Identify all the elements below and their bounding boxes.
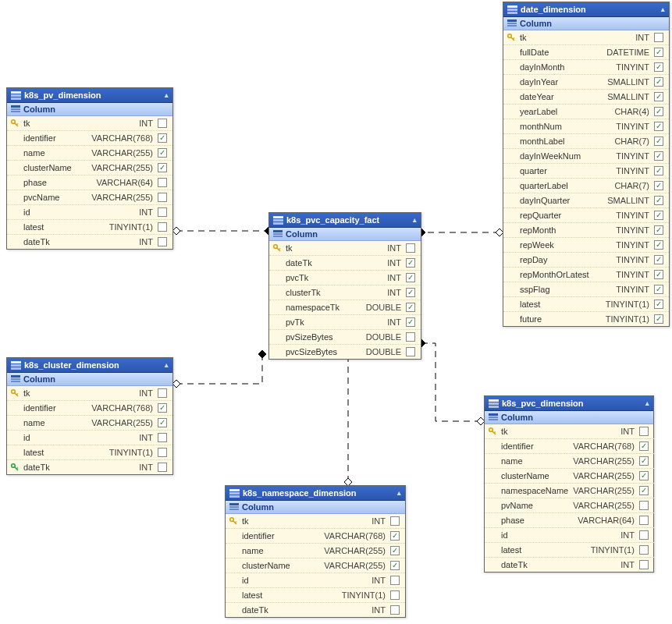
table-k8s_pvc_dimension[interactable]: k8s_pvc_dimension▴ColumntkINTidentifierV… — [484, 395, 654, 573]
collapse-icon[interactable]: ▴ — [165, 91, 169, 99]
table-title-bar[interactable]: k8s_namespace_dimension▴ — [226, 486, 405, 501]
column-row[interactable]: quarterTINYINT✓ — [503, 164, 669, 179]
column-row[interactable]: pvcTkINT✓ — [269, 271, 421, 285]
column-row[interactable]: namespaceTkDOUBLE✓ — [269, 300, 421, 315]
table-k8s_pvc_capacity_fact[interactable]: k8s_pvc_capacity_fact▴ColumntkINTdateTkI… — [268, 212, 421, 360]
column-checkbox[interactable] — [639, 501, 649, 510]
column-row[interactable]: tkINT — [503, 30, 669, 45]
column-row[interactable]: tkINT — [485, 424, 654, 439]
column-row[interactable]: identifierVARCHAR(768)✓ — [7, 131, 172, 146]
column-checkbox[interactable] — [158, 433, 167, 442]
column-checkbox[interactable]: ✓ — [406, 317, 415, 327]
table-title-bar[interactable]: k8s_cluster_dimension▴ — [7, 358, 172, 373]
column-row[interactable]: dayInYearSMALLINT✓ — [503, 75, 669, 90]
column-row[interactable]: pvTkINT✓ — [269, 315, 421, 330]
column-checkbox[interactable]: ✓ — [390, 561, 400, 570]
column-row[interactable]: tkINT — [7, 116, 172, 131]
column-checkbox[interactable]: ✓ — [654, 300, 663, 309]
table-k8s_cluster_dimension[interactable]: k8s_cluster_dimension▴ColumntkINTidentif… — [6, 357, 173, 475]
column-checkbox[interactable] — [390, 516, 400, 526]
column-row[interactable]: identifierVARCHAR(768)✓ — [485, 439, 654, 454]
column-checkbox[interactable]: ✓ — [406, 258, 415, 268]
column-checkbox[interactable] — [639, 560, 649, 569]
column-checkbox[interactable] — [654, 33, 663, 42]
column-row[interactable]: dateTkINT✓ — [269, 256, 421, 271]
column-row[interactable]: latestTINYINT(1) — [7, 220, 172, 235]
column-checkbox[interactable]: ✓ — [654, 62, 663, 72]
collapse-icon[interactable]: ▴ — [397, 489, 401, 497]
column-row[interactable]: idINT — [226, 573, 405, 588]
column-row[interactable]: idINT — [7, 431, 172, 445]
column-row[interactable]: pvSizeBytesDOUBLE — [269, 330, 421, 345]
column-row[interactable]: dayInQuarterSMALLINT✓ — [503, 193, 669, 208]
column-checkbox[interactable] — [390, 576, 400, 585]
column-row[interactable]: latestTINYINT(1) — [485, 543, 654, 558]
column-row[interactable]: tkINT — [269, 241, 421, 256]
collapse-icon[interactable]: ▴ — [661, 5, 665, 13]
column-row[interactable]: dateTkINT — [7, 460, 172, 474]
column-checkbox[interactable]: ✓ — [639, 486, 649, 495]
column-row[interactable]: idINT — [485, 528, 654, 543]
column-row[interactable]: nameVARCHAR(255)✓ — [7, 146, 172, 161]
column-checkbox[interactable] — [639, 516, 649, 525]
column-row[interactable]: dateTkINT — [485, 558, 654, 572]
column-checkbox[interactable]: ✓ — [654, 107, 663, 116]
column-row[interactable]: repMonthOrLatestTINYINT✓ — [503, 268, 669, 282]
column-checkbox[interactable]: ✓ — [158, 133, 167, 143]
column-checkbox[interactable] — [158, 463, 167, 472]
column-row[interactable]: pvcSizeBytesDOUBLE — [269, 345, 421, 359]
column-checkbox[interactable] — [158, 193, 167, 202]
column-row[interactable]: dateYearSMALLINT✓ — [503, 90, 669, 105]
column-row[interactable]: phaseVARCHAR(64) — [485, 513, 654, 528]
column-row[interactable]: dateTkINT — [226, 603, 405, 617]
column-checkbox[interactable] — [406, 347, 415, 356]
column-checkbox[interactable]: ✓ — [158, 418, 167, 427]
column-checkbox[interactable]: ✓ — [654, 225, 663, 235]
column-checkbox[interactable]: ✓ — [639, 441, 649, 451]
column-checkbox[interactable] — [158, 207, 167, 217]
column-checkbox[interactable]: ✓ — [654, 48, 663, 57]
column-row[interactable]: dayInWeekNumTINYINT✓ — [503, 149, 669, 164]
column-row[interactable]: latestTINYINT(1) — [226, 588, 405, 603]
column-checkbox[interactable]: ✓ — [654, 211, 663, 220]
column-row[interactable]: nameVARCHAR(255)✓ — [485, 454, 654, 469]
column-row[interactable]: clusterTkINT✓ — [269, 285, 421, 300]
column-row[interactable]: repQuarterTINYINT✓ — [503, 208, 669, 223]
table-k8s_namespace_dimension[interactable]: k8s_namespace_dimension▴ColumntkINTident… — [225, 485, 406, 618]
column-checkbox[interactable]: ✓ — [406, 273, 415, 282]
column-checkbox[interactable]: ✓ — [639, 471, 649, 480]
column-checkbox[interactable]: ✓ — [654, 151, 663, 161]
column-checkbox[interactable]: ✓ — [158, 403, 167, 413]
column-checkbox[interactable]: ✓ — [158, 148, 167, 158]
column-checkbox[interactable] — [158, 448, 167, 457]
column-row[interactable]: dayInMonthTINYINT✓ — [503, 60, 669, 75]
column-checkbox[interactable] — [158, 222, 167, 232]
column-checkbox[interactable]: ✓ — [654, 270, 663, 279]
column-row[interactable]: idINT — [7, 205, 172, 220]
collapse-icon[interactable]: ▴ — [413, 216, 417, 224]
column-row[interactable]: fullDateDATETIME✓ — [503, 45, 669, 60]
column-row[interactable]: latestTINYINT(1) — [7, 445, 172, 460]
column-row[interactable]: dateTkINT — [7, 235, 172, 249]
column-row[interactable]: clusterNameVARCHAR(255)✓ — [7, 161, 172, 176]
column-row[interactable]: clusterNameVARCHAR(255)✓ — [485, 469, 654, 484]
column-checkbox[interactable]: ✓ — [654, 196, 663, 205]
column-row[interactable]: repDayTINYINT✓ — [503, 253, 669, 268]
column-checkbox[interactable]: ✓ — [654, 77, 663, 87]
column-checkbox[interactable] — [639, 530, 649, 540]
column-row[interactable]: nameVARCHAR(255)✓ — [7, 416, 172, 431]
column-checkbox[interactable]: ✓ — [406, 303, 415, 312]
column-row[interactable]: latestTINYINT(1)✓ — [503, 297, 669, 312]
column-checkbox[interactable] — [158, 388, 167, 398]
column-row[interactable]: yearLabelCHAR(4)✓ — [503, 105, 669, 119]
column-row[interactable]: pvNameVARCHAR(255) — [485, 498, 654, 513]
collapse-icon[interactable]: ▴ — [165, 361, 169, 369]
table-title-bar[interactable]: date_dimension▴ — [503, 2, 669, 17]
column-row[interactable]: identifierVARCHAR(768)✓ — [7, 401, 172, 416]
table-k8s_pv_dimension[interactable]: k8s_pv_dimension▴ColumntkINTidentifierVA… — [6, 87, 173, 250]
column-checkbox[interactable] — [639, 427, 649, 436]
table-title-bar[interactable]: k8s_pvc_capacity_fact▴ — [269, 213, 421, 228]
table-title-bar[interactable]: k8s_pvc_dimension▴ — [485, 396, 653, 411]
table-date_dimension[interactable]: date_dimension▴ColumntkINTfullDateDATETI… — [503, 2, 670, 327]
column-checkbox[interactable]: ✓ — [406, 288, 415, 297]
